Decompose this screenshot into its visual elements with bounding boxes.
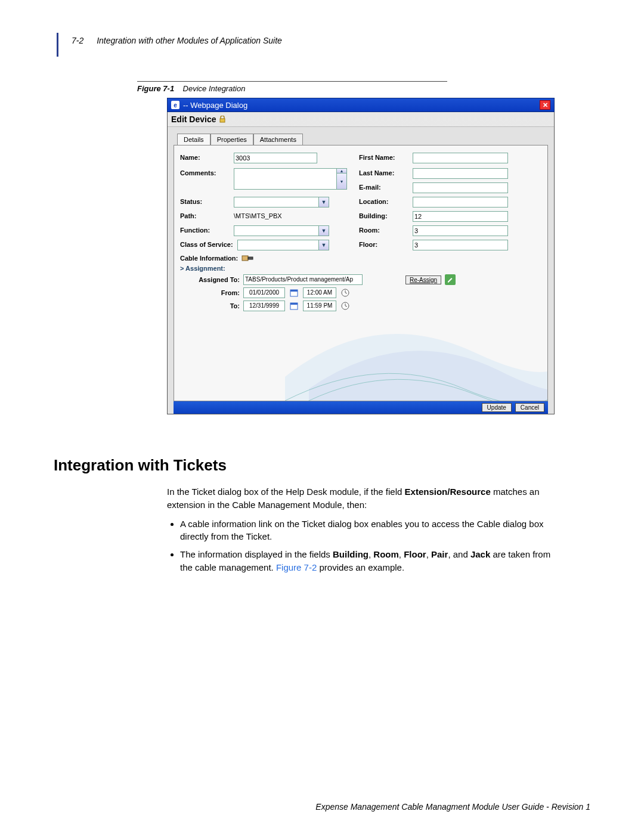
tab-details[interactable]: Details — [177, 134, 210, 145]
bullet-2: The information displayed in the fields … — [180, 548, 555, 574]
page-number: 7-2 — [72, 36, 83, 45]
bullet-1: A cable information link on the Ticket d… — [180, 518, 555, 544]
device-dialog: e -- Webpage Dialog ✕ Edit Device Detail… — [167, 98, 555, 414]
first-name-field[interactable] — [413, 153, 508, 163]
label-path: Path: — [180, 211, 234, 219]
section-body: In the Ticket dialog box of the Help Des… — [167, 485, 555, 574]
para1-b: Extension/Resource — [405, 487, 491, 497]
svg-rect-4 — [290, 290, 298, 292]
chevron-down-icon[interactable]: ▼ — [318, 240, 329, 250]
from-clock-icon[interactable] — [340, 287, 351, 298]
update-button[interactable]: Update — [482, 403, 512, 412]
close-icon: ✕ — [543, 101, 548, 109]
dialog-footer: Update Cancel — [174, 401, 548, 414]
header-left-rule — [57, 33, 58, 57]
room-field[interactable]: 3 — [413, 225, 508, 236]
chevron-down-icon[interactable]: ▼ — [318, 197, 329, 208]
svg-rect-0 — [220, 119, 225, 122]
tab-properties[interactable]: Properties — [210, 134, 253, 145]
label-name: Name: — [180, 153, 234, 161]
figure-caption: Figure 7-1 Device Integration — [137, 84, 590, 93]
assignment-toggle[interactable]: > Assignment: — [180, 265, 541, 272]
to-calendar-icon[interactable] — [289, 301, 299, 311]
figure-label: Figure 7-1 — [137, 84, 174, 93]
label-location: Location: — [359, 197, 413, 205]
last-name-field[interactable] — [413, 168, 508, 179]
email-field[interactable] — [413, 182, 508, 193]
section-heading: Integration with Tickets — [54, 456, 590, 475]
path-value: \MTS\MTS_PBX — [234, 211, 347, 219]
page-header: 7-2 Integration with other Modules of Ap… — [54, 36, 590, 45]
edit-device-title: Edit Device — [171, 114, 216, 124]
label-floor: Floor: — [359, 240, 413, 248]
edit-device-bar: Edit Device — [168, 112, 554, 127]
page-footer: Expense Management Cable Managment Modul… — [315, 802, 590, 812]
label-cos: Class of Service: — [180, 240, 237, 248]
lock-icon — [218, 116, 227, 123]
dialog-tabs: Details Properties Attachments — [177, 133, 548, 145]
comments-textarea[interactable] — [234, 168, 336, 190]
ie-icon: e — [171, 101, 179, 109]
para1-a: In the Ticket dialog box of the Help Des… — [167, 487, 405, 497]
from-calendar-icon[interactable] — [289, 287, 299, 298]
label-first-name: First Name: — [359, 153, 413, 161]
figure-rule — [137, 81, 447, 82]
building-field[interactable]: 12 — [413, 211, 508, 222]
svg-rect-2 — [248, 257, 253, 259]
label-to: To: — [198, 302, 240, 309]
to-date-field[interactable]: 12/31/9999 — [243, 301, 285, 311]
label-assigned-to: Assigned To: — [198, 276, 240, 283]
dialog-window-title: -- Webpage Dialog — [183, 101, 247, 110]
svg-rect-1 — [242, 256, 248, 261]
tab-attachments[interactable]: Attachments — [253, 134, 303, 145]
label-function: Function: — [180, 225, 234, 234]
label-building: Building: — [359, 211, 413, 219]
floor-field[interactable]: 3 — [413, 240, 508, 250]
svg-rect-7 — [290, 303, 298, 305]
chevron-down-icon[interactable]: ▼ — [318, 225, 329, 236]
chapter-title: Integration with other Modules of Applic… — [97, 36, 282, 45]
label-last-name: Last Name: — [359, 168, 413, 179]
label-cable-info: Cable Information: — [180, 255, 238, 262]
details-panel: Name: First Name: Comments: — [174, 145, 548, 401]
label-comments: Comments: — [180, 168, 234, 176]
status-select[interactable]: ▼ — [234, 197, 329, 208]
function-select[interactable]: ▼ — [234, 225, 329, 236]
label-email: E-mail: — [359, 182, 413, 193]
figure-title: Device Integration — [183, 84, 246, 93]
to-time-field[interactable]: 11:59 PM — [303, 301, 336, 311]
cable-info-icon[interactable] — [242, 254, 253, 262]
label-room: Room: — [359, 225, 413, 234]
cos-select[interactable]: ▼ — [237, 240, 329, 250]
label-from: From: — [198, 289, 240, 296]
assigned-to-field[interactable]: TABS/Products/Product management/Ap — [243, 274, 363, 285]
label-status: Status: — [180, 197, 234, 205]
cancel-button[interactable]: Cancel — [515, 403, 544, 412]
comments-scroll-up[interactable]: ▲ — [336, 168, 347, 174]
reassign-button[interactable]: Re-Assign — [405, 275, 441, 284]
name-input[interactable] — [234, 153, 317, 163]
close-button[interactable]: ✕ — [540, 100, 550, 110]
comments-scroll-down[interactable]: ▼ — [336, 174, 347, 190]
from-time-field[interactable]: 12:00 AM — [303, 287, 336, 298]
location-field[interactable] — [413, 197, 508, 208]
assignment-edit-icon[interactable] — [445, 274, 456, 285]
dialog-titlebar: e -- Webpage Dialog ✕ — [167, 98, 555, 112]
from-date-field[interactable]: 01/01/2000 — [243, 287, 285, 298]
to-clock-icon[interactable] — [340, 301, 351, 311]
figure-ref-link[interactable]: Figure 7-2 — [276, 562, 317, 572]
